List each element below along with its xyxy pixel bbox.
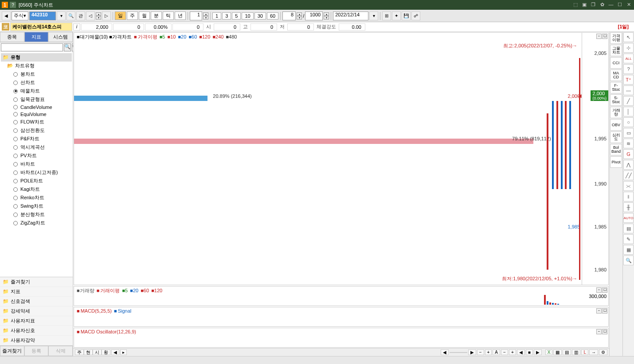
vline-tool-icon[interactable]: │ — [623, 107, 634, 116]
chart-type-item[interactable]: ZigZag차트 — [1, 219, 72, 227]
hline-tool-icon[interactable]: — — [623, 85, 634, 95]
tool-b-icon[interactable]: ▤ — [563, 349, 571, 355]
count1-spinner[interactable]: ▴▾ — [297, 12, 302, 19]
chart-min-icon[interactable]: − — [596, 308, 602, 314]
period-tick-button[interactable]: 틱 — [163, 12, 174, 20]
circle-tool-icon[interactable]: ○ — [623, 117, 634, 127]
chart-min-icon[interactable]: − — [596, 287, 602, 293]
radio-icon[interactable] — [13, 162, 18, 167]
left-arrow-button[interactable]: ◁ — [86, 12, 95, 20]
interval-60-button[interactable]: 60 — [267, 12, 278, 19]
last-button[interactable]: ▶ — [468, 349, 476, 355]
tool1-icon[interactable]: ⊞ — [382, 12, 391, 20]
period-min-button[interactable]: 분 — [151, 12, 162, 20]
indicator-button[interactable]: CCI — [610, 57, 622, 69]
stock-code-input[interactable]: 442310 — [29, 12, 56, 20]
copy-icon[interactable]: ❐ — [590, 2, 597, 8]
radio-icon[interactable] — [13, 154, 18, 158]
interval-10-button[interactable]: 10 — [242, 12, 253, 19]
radio-icon[interactable] — [13, 112, 18, 116]
fib-tool-icon[interactable]: ⫴ — [623, 192, 634, 201]
tool4-icon[interactable]: ☍ — [411, 12, 420, 20]
period-day-button[interactable]: 일 — [115, 12, 126, 20]
radio-icon[interactable] — [13, 105, 18, 109]
period-week-button[interactable]: 주 — [127, 12, 138, 20]
chart-type-item[interactable]: FLOW차트 — [1, 118, 72, 126]
tree-folder[interactable]: 📂 차트유형 — [1, 62, 72, 70]
asset-type-combo[interactable]: 주식 ▾ — [12, 12, 28, 20]
chart-type-item[interactable]: POLE차트 — [1, 177, 72, 185]
chart-max-icon[interactable]: ☐ — [602, 308, 607, 314]
indicator-button[interactable]: 심리 도 — [610, 132, 622, 143]
radio-icon[interactable] — [13, 81, 18, 85]
category-item[interactable]: 📁사용자신호 — [0, 326, 73, 336]
date-input[interactable]: 2022/12/14 — [333, 12, 368, 20]
radio-icon[interactable] — [13, 179, 18, 183]
text-tool-icon[interactable]: T⁺ — [623, 75, 634, 85]
scroll-more-button[interactable]: ▸ — [120, 349, 127, 355]
indicator-button[interactable]: S- Stoc — [610, 94, 622, 106]
chart-type-item[interactable]: 일목균형표 — [1, 95, 72, 104]
rect-tool-icon[interactable]: ▭ — [623, 128, 634, 138]
text-tool-button[interactable]: A — [493, 349, 500, 355]
step-back-button[interactable]: ◀ — [517, 349, 525, 355]
info-icon[interactable]: i — [73, 23, 80, 31]
interval-3-button[interactable]: 3 — [222, 12, 231, 19]
view-button[interactable]: 관 — [76, 12, 85, 20]
chart-type-item[interactable]: EquiVolume — [1, 111, 72, 118]
left-tab-2[interactable]: 시스템 — [48, 32, 73, 42]
search-icon[interactable]: 🔍 — [64, 43, 71, 51]
count2-spinner[interactable]: ▴▾ — [324, 12, 329, 19]
wave-tool-icon[interactable]: ≋ — [623, 139, 634, 148]
tool2-icon[interactable]: ✦ — [392, 12, 401, 20]
radio-icon[interactable] — [13, 213, 18, 217]
count1-input[interactable]: 8 — [282, 12, 296, 20]
chart-type-item[interactable]: 바차트(시고저종) — [1, 168, 72, 177]
parallel-tool-icon[interactable]: ╱╱ — [623, 170, 634, 180]
chart-tab-button[interactable]: 주 — [75, 349, 84, 355]
zoom-in-button[interactable]: + — [485, 349, 492, 355]
interval-spinner[interactable]: ▴▾ — [203, 12, 208, 19]
indicator-button[interactable]: 가격 이평 — [610, 32, 622, 44]
help-icon[interactable]: ? — [10, 2, 16, 8]
interval-input[interactable]: 1 — [190, 12, 202, 20]
search-button[interactable]: 🔍 — [67, 12, 75, 20]
count2-input[interactable]: 1000 — [305, 12, 323, 20]
chart-tab-button[interactable]: 현 — [84, 349, 93, 355]
stop-button[interactable]: ■ — [526, 349, 533, 355]
chart-tab-button[interactable]: 황 — [102, 349, 110, 355]
close-icon[interactable]: ✕ — [625, 2, 632, 8]
category-item[interactable]: 📁강세약세 — [0, 306, 73, 316]
chart-tab-button[interactable]: 시 — [93, 349, 102, 355]
category-item[interactable]: 📁사용자강약 — [0, 336, 73, 345]
interval-30-button[interactable]: 30 — [254, 12, 266, 19]
left-tab-0[interactable]: 종목 — [0, 32, 24, 42]
period-month-button[interactable]: 월 — [139, 12, 150, 20]
tool-c-icon[interactable]: ▥ — [572, 349, 580, 355]
chart-type-item[interactable]: Renko차트 — [1, 194, 72, 202]
indicator-button[interactable]: Bol Band — [610, 144, 622, 155]
volume-chart[interactable]: ■거래량 ■거래이평 ■5 ■20 ■60 ■120 −☐ 300,000 — [74, 286, 609, 306]
footer-button-2[interactable]: 삭제 — [48, 346, 73, 356]
chart-type-item[interactable]: 삼선전환도 — [1, 126, 72, 135]
nav-spinner[interactable]: ▴▾ — [96, 12, 101, 19]
layout-icon[interactable]: ▣ — [581, 2, 588, 8]
chart-max-icon[interactable]: ☐ — [602, 329, 607, 334]
macd-chart[interactable]: ■MACD(5,25,5) ■Signal −☐ — [74, 307, 609, 327]
right-arrow-button[interactable]: ▷ — [102, 12, 111, 20]
radio-icon[interactable] — [13, 221, 18, 225]
footer-button-0[interactable]: 즐겨찾기 — [0, 346, 24, 356]
date-dropdown-button[interactable]: ▾ — [369, 12, 378, 20]
indicator-button[interactable]: MA CD — [610, 70, 622, 81]
save-icon[interactable]: 💾 — [402, 12, 411, 20]
chart-type-item[interactable]: 바차트 — [1, 160, 72, 168]
indicator-button[interactable]: OBV — [610, 119, 622, 131]
scroll-track[interactable] — [450, 352, 467, 353]
cursor-tool-icon[interactable]: ↖ — [623, 32, 634, 42]
indicator-button[interactable]: Pivot — [610, 156, 622, 168]
chart-type-item[interactable]: 역시계곡선 — [1, 143, 72, 151]
radio-icon[interactable] — [13, 137, 18, 141]
indicator-button[interactable]: 거래 량 — [610, 107, 622, 118]
help-tool-icon[interactable]: ? — [623, 64, 634, 74]
g-tool-icon[interactable]: G — [623, 149, 634, 159]
